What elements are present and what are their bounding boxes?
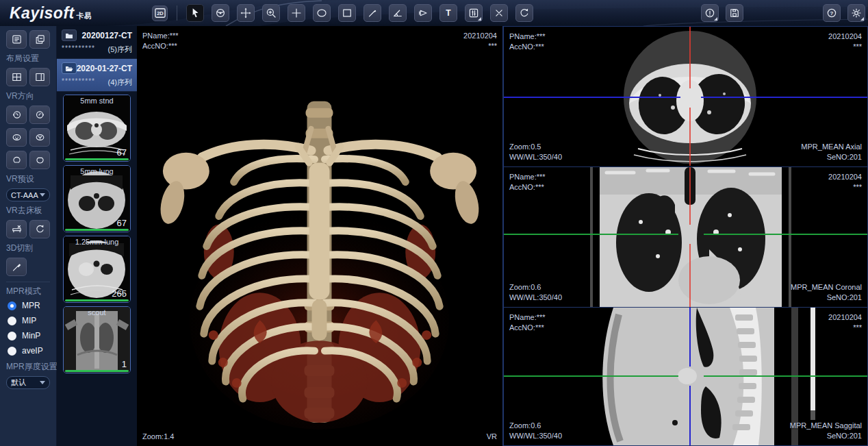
mpr-thickness-select[interactable]: 默认	[6, 376, 50, 389]
mpr-axial-viewport[interactable]: PName:***AccNO:*** 20210204*** Zoom:0.5W…	[503, 26, 868, 166]
svg-text:2D: 2D	[157, 10, 164, 16]
vr-head-front-button[interactable]	[6, 128, 27, 147]
panel-copy-icon	[34, 34, 46, 45]
thumbnail-scout[interactable]: scout 1	[63, 306, 131, 373]
fly-through-icon	[417, 7, 429, 19]
thumbnail-image-count: 67	[117, 147, 127, 158]
ellipse-roi-button[interactable]	[313, 4, 331, 22]
svg-text:?: ?	[830, 10, 834, 16]
reset-bed-button[interactable]	[29, 220, 50, 238]
radio-checked-icon	[8, 301, 16, 310]
mpr-plane-label: MPR_MEAN Coronal	[791, 282, 862, 293]
help-icon: ?	[826, 7, 838, 19]
study-title: 2020-01-27-CT	[77, 64, 132, 73]
thumbnail-list: 5mm stnd 67 5mm lung 67	[57, 92, 137, 373]
bed-remove-icon	[11, 223, 23, 235]
mpr-mode-option-mpr[interactable]: MPR	[8, 301, 50, 310]
vr-head-top-button[interactable]	[6, 151, 27, 169]
radio-label: MPR	[22, 301, 40, 310]
layout-panel-button[interactable]	[6, 30, 27, 49]
vr-head-back-button[interactable]	[29, 128, 50, 147]
measure-angle-button[interactable]	[389, 4, 407, 22]
2d-view-button[interactable]: 2D	[152, 5, 168, 21]
study-patient-id: **********	[62, 45, 95, 55]
crosshair-icon	[290, 7, 303, 19]
thumbnail-image-count: 67	[117, 218, 127, 228]
settings-button[interactable]	[847, 4, 865, 22]
folder-closed-icon[interactable]	[62, 29, 77, 41]
mpr-plane-label: MPR_MEAN Axial	[801, 142, 862, 152]
layout-grid-icon	[11, 71, 23, 83]
thumbnail-label: 1.25mm lung	[64, 238, 130, 246]
radio-label: MIP	[22, 316, 36, 325]
text-annotation-icon: T	[442, 7, 455, 19]
layout-right-column-button[interactable]	[29, 68, 50, 86]
thumbnail-5mm-lung[interactable]: 5mm lung 67	[63, 165, 131, 232]
mpr-mode-option-minp[interactable]: MinP	[8, 331, 50, 340]
scalpel-icon	[11, 261, 23, 273]
thumbnail-1-25mm-lung[interactable]: 1.25mm lung 265	[63, 236, 131, 303]
patient-name: PName:***	[142, 31, 179, 41]
study-item-2-selected[interactable]: 2020-01-27-CT ********** (4)序列	[57, 59, 137, 92]
vr-head-right-button[interactable]	[29, 106, 50, 124]
text-annotation-button[interactable]: T	[439, 4, 457, 22]
cursor-icon	[189, 7, 201, 19]
thumbnail-image-scout	[64, 307, 130, 373]
app-logo-suffix: 卡易	[77, 11, 92, 21]
3d-cut-button[interactable]	[6, 258, 27, 276]
vr-remove-bed-label: VR去床板	[6, 205, 50, 216]
pan-button[interactable]	[237, 4, 255, 22]
vr-head-bottom-button[interactable]	[29, 151, 50, 169]
vr-ribcage-rendering	[137, 26, 502, 445]
cursor-select-button[interactable]	[186, 4, 204, 22]
vr-3d-viewport[interactable]: PName:*** AccNO:*** 20210204 *** Zoom:1.…	[137, 26, 503, 446]
masked-value: ***	[828, 182, 862, 193]
vr-preset-label: VR预设	[6, 173, 50, 185]
reset-view-button[interactable]	[515, 4, 533, 22]
delete-annotation-button[interactable]	[490, 4, 508, 22]
zoom-button[interactable]	[262, 4, 280, 22]
mpr-mode-label: MPR模式	[6, 286, 50, 297]
measure-line-button[interactable]	[363, 4, 381, 22]
vr-preset-select[interactable]: CT-AAA	[6, 188, 50, 201]
mpr-sagittal-viewport[interactable]: PName:***AccNO:*** 20210204*** Zoom:0.6W…	[503, 307, 868, 446]
fly-through-button[interactable]	[414, 4, 432, 22]
rotate-3d-button[interactable]	[212, 4, 229, 22]
layout-grid-button[interactable]	[6, 68, 27, 86]
accession-number: AccNO:***	[509, 42, 546, 52]
vr-preset-value: CT-AAA	[11, 191, 38, 199]
mpr-thickness-value: 默认	[11, 377, 26, 388]
mpr-mode-option-aveip[interactable]: aveIP	[8, 346, 50, 356]
layout-copy-button[interactable]	[29, 30, 50, 49]
info-button[interactable]	[701, 4, 719, 22]
mpr-panel-stack: PName:***AccNO:*** 20210204*** Zoom:0.5W…	[503, 26, 868, 446]
thumbnail-5mm-stnd[interactable]: 5mm stnd 67	[63, 95, 131, 162]
save-button[interactable]	[726, 4, 743, 22]
accession-number: AccNO:***	[142, 41, 179, 51]
vr-head-left-button[interactable]	[6, 106, 27, 124]
study-series-count: (4)序列	[108, 77, 132, 88]
rectangle-roi-button[interactable]	[338, 4, 356, 22]
study-title: 20200127-CT	[82, 31, 132, 40]
chevron-down-icon	[40, 381, 45, 384]
mpr-coronal-viewport[interactable]: PName:***AccNO:*** 20210204*** Zoom:0.6W…	[503, 166, 868, 307]
thumbnail-progress-bar	[65, 299, 129, 301]
study-item-1[interactable]: 20200127-CT ********** (5)序列	[57, 26, 137, 59]
patient-name: PName:***	[509, 32, 546, 42]
radio-unchecked-icon	[8, 317, 16, 325]
dropdown-corner-mark	[478, 17, 481, 21]
radio-label: MinP	[22, 331, 40, 340]
vr-head-back-icon	[34, 132, 46, 143]
remove-bed-button[interactable]	[6, 220, 27, 238]
window-level-presets-button[interactable]	[465, 4, 483, 22]
folder-open-icon[interactable]	[62, 62, 77, 74]
vr-overlay-bottom-right: VR	[487, 432, 497, 442]
mpr-mode-option-mip[interactable]: MIP	[8, 316, 50, 325]
thumbnail-progress-bar	[65, 370, 129, 372]
toolbar-tools: 2D	[152, 0, 533, 26]
help-button[interactable]: ?	[823, 4, 841, 22]
crosshair-button[interactable]	[288, 4, 305, 22]
zoom-factor: Zoom:0.6	[509, 282, 562, 293]
zoom-magnifier-icon	[265, 7, 277, 19]
radio-unchecked-icon	[8, 332, 16, 340]
